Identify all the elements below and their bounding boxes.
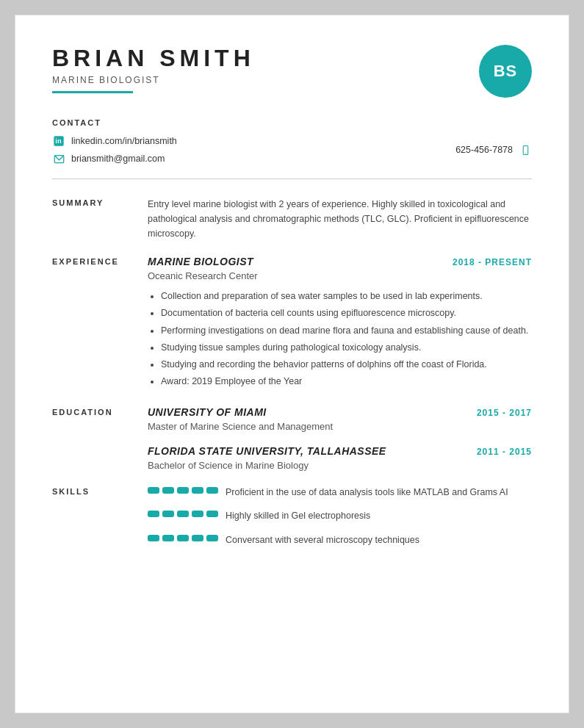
candidate-title: MARINE BIOLOGIST	[52, 75, 255, 85]
edu-block-1: UNIVERSITY OF MIAMI 2015 - 2017 Master o…	[148, 406, 532, 432]
skill-dots-3	[148, 535, 218, 541]
email-icon	[52, 152, 65, 165]
skill-row-3: Conversant with several microscopy techn…	[148, 533, 532, 547]
dot	[162, 535, 174, 541]
education-label: EDUCATION	[52, 408, 148, 417]
skills-left: SKILLS	[52, 486, 148, 558]
contact-left: in linkedin.com/in/briansmith briansmith…	[52, 134, 177, 165]
edu-header-1: UNIVERSITY OF MIAMI 2015 - 2017	[148, 406, 532, 418]
dot	[148, 535, 159, 541]
dot	[177, 511, 189, 517]
skill-text-1: Proficient in the use of data analysis t…	[226, 486, 508, 500]
dot	[148, 511, 159, 517]
email-address: briansmith@gmail.com	[71, 154, 165, 164]
contact-right: 625-456-7878	[455, 143, 532, 156]
header-left: BRIAN SMITH MARINE BIOLOGIST	[52, 45, 255, 93]
phone-number: 625-456-7878	[455, 145, 513, 155]
skills-right: Proficient in the use of data analysis t…	[148, 486, 532, 558]
summary-right: Entry level marine biologist with 2 year…	[148, 197, 532, 241]
job-date: 2018 - PRESENT	[453, 257, 532, 267]
bullet-2: Documentation of bacteria cell counts us…	[161, 306, 532, 321]
education-right: UNIVERSITY OF MIAMI 2015 - 2017 Master o…	[148, 406, 532, 471]
dot	[177, 535, 189, 541]
title-underline	[52, 91, 133, 93]
bullet-4: Studying tissue samples during pathologi…	[161, 340, 532, 356]
job-bullets: Collection and preparation of sea water …	[148, 289, 532, 390]
svg-point-4	[524, 152, 525, 153]
email-item: briansmith@gmail.com	[52, 152, 177, 165]
dot	[192, 511, 203, 517]
skill-dots-1	[148, 487, 218, 494]
contact-label: CONTACT	[52, 118, 532, 127]
job-title: MARINE BIOLOGIST	[148, 256, 253, 267]
education-left: EDUCATION	[52, 406, 148, 471]
dot	[192, 535, 203, 541]
edu-title-2: FLORIDA STATE UNIVERSITY, TALLAHASSEE	[148, 445, 386, 457]
dot	[192, 487, 203, 494]
svg-text:in: in	[55, 137, 62, 145]
avatar: BS	[479, 45, 532, 98]
edu-block-2: FLORIDA STATE UNIVERSITY, TALLAHASSEE 20…	[148, 445, 532, 471]
skill-dots-2	[148, 511, 218, 517]
linkedin-icon: in	[52, 134, 65, 148]
linkedin-url: linkedin.com/in/briansmith	[71, 136, 177, 146]
main-content: SUMMARY Entry level marine biologist wit…	[52, 197, 532, 558]
edu-header-2: FLORIDA STATE UNIVERSITY, TALLAHASSEE 20…	[148, 445, 532, 457]
dot	[177, 487, 189, 494]
bullet-6: Award: 2019 Employee of the Year	[161, 374, 532, 389]
summary-row: SUMMARY Entry level marine biologist wit…	[52, 197, 532, 241]
contact-section: CONTACT in linkedin.com/in/briansmith	[52, 118, 532, 165]
header: BRIAN SMITH MARINE BIOLOGIST BS	[52, 45, 532, 98]
dot	[206, 511, 218, 517]
dot	[162, 487, 174, 494]
skill-row-1: Proficient in the use of data analysis t…	[148, 486, 532, 500]
edu-date-1: 2015 - 2017	[477, 408, 532, 418]
summary-text: Entry level marine biologist with 2 year…	[148, 197, 532, 241]
candidate-name: BRIAN SMITH	[52, 45, 255, 72]
dot	[148, 487, 159, 494]
summary-label: SUMMARY	[52, 198, 148, 207]
bullet-1: Collection and preparation of sea water …	[161, 289, 532, 304]
experience-row: EXPERIENCE MARINE BIOLOGIST 2018 - PRESE…	[52, 256, 532, 392]
dot	[206, 487, 218, 494]
skill-text-3: Conversant with several microscopy techn…	[226, 533, 419, 547]
skill-text-2: Highly skilled in Gel electrophoresis	[226, 509, 370, 523]
experience-right: MARINE BIOLOGIST 2018 - PRESENT Oceanic …	[148, 256, 532, 392]
bullet-3: Performing investigations on dead marine…	[161, 323, 532, 339]
job-header: MARINE BIOLOGIST 2018 - PRESENT	[148, 256, 532, 267]
edu-degree-2: Bachelor of Science in Marine Biology	[148, 460, 532, 471]
dot	[206, 535, 218, 541]
company-name: Oceanic Research Center	[148, 270, 532, 281]
linkedin-item: in linkedin.com/in/briansmith	[52, 134, 177, 148]
resume-container: BRIAN SMITH MARINE BIOLOGIST BS CONTACT …	[15, 15, 569, 713]
edu-degree-1: Master of Marine Science and Management	[148, 421, 532, 432]
skill-row-2: Highly skilled in Gel electrophoresis	[148, 509, 532, 523]
edu-date-2: 2011 - 2015	[477, 447, 532, 457]
section-divider	[52, 179, 532, 179]
edu-title-1: UNIVERSITY OF MIAMI	[148, 406, 267, 418]
skills-row: SKILLS Proficient in the use of data ana…	[52, 486, 532, 558]
education-row: EDUCATION UNIVERSITY OF MIAMI 2015 - 201…	[52, 406, 532, 471]
phone-icon	[519, 143, 532, 156]
bullet-5: Studying and recording the behavior patt…	[161, 357, 532, 372]
experience-left: EXPERIENCE	[52, 256, 148, 392]
contact-row: in linkedin.com/in/briansmith briansmith…	[52, 134, 532, 165]
summary-left: SUMMARY	[52, 197, 148, 241]
experience-label: EXPERIENCE	[52, 257, 148, 266]
skills-label: SKILLS	[52, 487, 148, 496]
dot	[162, 511, 174, 517]
